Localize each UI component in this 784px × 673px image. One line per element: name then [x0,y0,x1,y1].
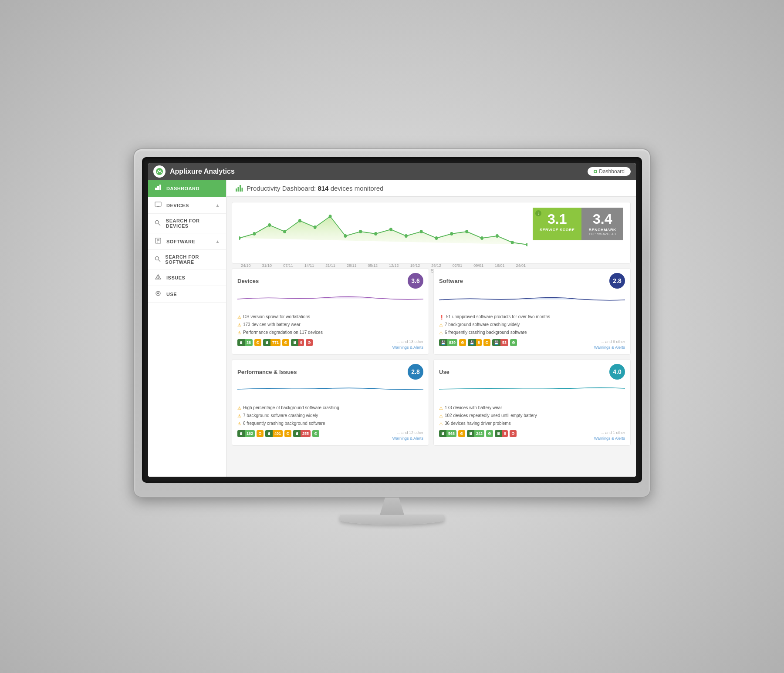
card-devices-header: Devices 3.6 [237,273,423,289]
card-software-alerts: ❗51 unapproved software products for ove… [439,313,625,336]
badge-chip-3: 🖥 771 [263,339,280,346]
svg-line-13 [159,260,160,262]
service-score-number: 3.1 [540,212,574,226]
card-devices-alerts: ⚠OS version sprawl for workstations ⚠173… [237,313,423,336]
card-use-title: Use [439,369,449,375]
badge-icon: ⊙ [254,339,261,346]
header-chart-icon [235,184,243,192]
dashboard-tab[interactable]: Dashboard [588,167,631,176]
use-badge-1: 🖥 568 [439,430,456,437]
sw-badge-6: ⊙ [510,339,517,346]
badge-chip-2: ⊙ [254,339,261,346]
svg-point-37 [420,230,423,233]
stand-neck [375,498,409,515]
badge-icon: 🖥 [263,339,270,346]
sidebar-label-software: SOFTWARE [166,239,195,244]
dashboard-tab-label: Dashboard [599,168,625,175]
use-badge-3: 🖥 242 [467,430,484,437]
badge-chip-6: ⊙ [306,339,313,346]
svg-rect-24 [242,188,243,192]
software-alert-1: 51 unapproved software products for over… [446,313,550,320]
svg-point-34 [374,232,377,236]
use-badge-4: ⊙ [486,430,493,437]
card-performance-header: Performance & Issues 2.8 [237,364,423,380]
perf-badge-4: ⊙ [284,430,291,437]
card-performance-title: Performance & Issues [237,369,297,375]
svg-point-12 [155,256,159,260]
badge-count: 9 [298,339,304,346]
screen-bezel: Applixure Analytics Dashboard [142,157,642,483]
card-software-title: Software [439,278,463,284]
use-icon [154,290,162,298]
svg-point-43 [511,241,514,244]
sidebar-item-devices[interactable]: DEVICES ▲ [148,197,226,214]
svg-point-38 [435,236,438,240]
chart-container: 24/1031/1007/1114/11 21/1128/1105/1212/1… [232,202,631,264]
content-area: Productivity Dashboard: 814 devices moni… [226,180,636,477]
time-labels: 24/1031/1007/1114/11 21/1128/1105/1212/1… [239,263,527,268]
card-performance: Performance & Issues 2.8 [232,359,429,446]
perf-alert-3: 6 frequently crashing background softwar… [243,420,325,427]
svg-point-31 [329,215,332,218]
dashboard-icon [154,184,162,192]
benchmark-sublabel: TOP 5% AVG. 4.1 [588,232,616,236]
card-use-header: Use 4.0 [439,364,625,380]
sidebar-item-search-software[interactable]: SEARCH FOR SOFTWARE [148,250,226,269]
sidebar: DASHBOARD DEVICES ▲ [148,180,226,477]
card-devices: Devices 3.6 [232,268,429,355]
card-performance-alerts: ⚠High percentage of background software … [237,404,423,427]
sidebar-label-issues: ISSUES [166,275,185,280]
svg-point-35 [389,228,392,231]
svg-point-28 [283,230,286,233]
header-prefix: Productivity Dashboard: [247,185,316,192]
svg-point-6 [155,220,159,224]
search-software-icon [154,256,161,263]
sidebar-item-dashboard[interactable]: DASHBOARD [148,180,226,197]
software-arrow: ▲ [216,239,220,244]
logo-icon [155,168,163,175]
sw-badge-3: 💾 8 [468,339,482,346]
card-devices-title: Devices [237,278,259,284]
svg-point-18 [158,293,159,294]
software-sparkline [439,290,625,304]
badge-icon: ⊙ [306,339,313,346]
svg-rect-3 [159,185,161,190]
header-text: Productivity Dashboard: 814 devices moni… [247,185,383,192]
svg-rect-21 [236,188,237,192]
svg-point-36 [405,234,408,238]
devices-alert-3: Performance degradation on 117 devices [243,329,323,336]
card-performance-content: ⚠High percentage of background software … [237,404,423,441]
main-area: DASHBOARD DEVICES ▲ [148,180,636,477]
use-badges: 🖥 568 ⊙ 🖥 [439,430,517,437]
card-devices-score: 3.6 [408,273,423,289]
service-score-label: SERVICE SCORE [540,228,574,232]
badge-icon: 🖥 [237,339,245,346]
sidebar-item-issues[interactable]: ISSUES [148,269,226,286]
search-devices-icon [154,220,162,227]
sw-badge-5: 💾 53 [492,339,508,346]
svg-line-7 [159,224,160,225]
sidebar-label-use: USE [166,292,177,297]
sidebar-item-use[interactable]: USE [148,286,226,303]
perf-alert-1: High percentage of background software c… [243,404,339,411]
header-count: 814 [318,185,328,192]
svg-rect-4 [155,202,161,206]
sidebar-item-search-devices[interactable]: SEARCH FOR DEVICES [148,214,226,233]
header-suffix: devices monitored [331,185,384,192]
svg-rect-2 [157,186,159,190]
badge-chip-5: 🖥 9 [291,339,304,346]
card-performance-footer: ⚠High percentage of background software … [237,404,423,441]
software-badges: 💾 839 ⊙ 💾 [439,339,517,346]
use-badge-5: 🖥 8 [495,430,508,437]
main-chart-svg [239,208,527,260]
devices-alert-2: 173 devices with battery wear [243,321,301,328]
badge-chip-4: ⊙ [282,339,289,346]
sidebar-item-software[interactable]: SOFTWARE ▲ [148,233,226,250]
screen: Applixure Analytics Dashboard [148,163,636,477]
benchmark-label: BENCHMARK [588,228,616,232]
benchmark-number: 3.4 [588,212,616,226]
card-use-score: 4.0 [609,364,625,380]
performance-badges: 🖥 162 ⊙ 🖥 [237,430,319,437]
card-use-content: ⚠173 devices with battery wear ⚠102 devi… [439,404,625,441]
performance-and-other: ... and 12 other Warnings & Alerts [392,430,423,441]
